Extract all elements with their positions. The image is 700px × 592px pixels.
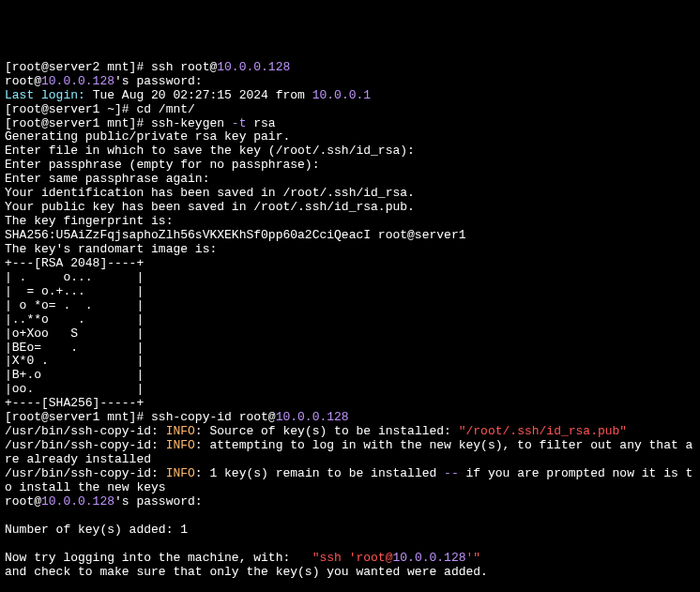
randomart-line: |..**o . | bbox=[5, 312, 144, 326]
output-line: Enter passphrase (empty for no passphras… bbox=[5, 158, 319, 172]
terminal-output[interactable]: [root@server2 mnt]# ssh root@10.0.0.128 … bbox=[5, 61, 695, 592]
prompt-line: [root@server1 mnt]# ssh-copy-id root@10.… bbox=[5, 410, 349, 424]
prompt-line: [root@server2 mnt]# ssh root@10.0.0.128 bbox=[5, 60, 290, 74]
last-login: Last login: Tue Aug 20 02:27:15 2024 fro… bbox=[5, 88, 371, 102]
password-prompt: root@10.0.0.128's password: bbox=[5, 494, 203, 509]
randomart-line: +----[SHA256]-----+ bbox=[5, 396, 144, 410]
output-line: Generating public/private rsa key pair. bbox=[5, 129, 290, 144]
output-line: and check to make sure that only the key… bbox=[5, 565, 488, 579]
randomart-line: |X*0 . | bbox=[5, 354, 144, 368]
output-line: Now try logging into the machine, with: … bbox=[5, 551, 480, 565]
randomart-line: |B+.o | bbox=[5, 368, 144, 382]
randomart-line: | o *o= . . | bbox=[5, 298, 144, 312]
password-prompt: root@10.0.0.128's password: bbox=[5, 74, 203, 88]
prompt-line: [root@server1 mnt]# ssh-keygen -t rsa bbox=[5, 116, 276, 130]
output-line: /usr/bin/ssh-copy-id: INFO: attempting t… bbox=[5, 438, 692, 466]
output-line: /usr/bin/ssh-copy-id: INFO: 1 key(s) rem… bbox=[5, 466, 692, 494]
prompt: [root@server2 mnt]# bbox=[5, 60, 151, 74]
output-line: Your identification has been saved in /r… bbox=[5, 186, 415, 200]
randomart-line: |oo. | bbox=[5, 382, 144, 396]
prompt-line: [root@server1 ~]# cd /mnt/ bbox=[5, 102, 195, 116]
randomart-line: | = o.+... | bbox=[5, 284, 144, 298]
output-line: The key fingerprint is: bbox=[5, 214, 173, 228]
output-line: /usr/bin/ssh-copy-id: INFO: Source of ke… bbox=[5, 424, 627, 438]
output-line: Your public key has been saved in /root/… bbox=[5, 200, 415, 214]
randomart-line: |o+Xoo S | bbox=[5, 326, 144, 341]
output-line: The key's randomart image is: bbox=[5, 242, 217, 256]
randomart-line: |BEo= . | bbox=[5, 341, 144, 355]
randomart-line: +---[RSA 2048]----+ bbox=[5, 256, 144, 270]
cmd: ssh root@ bbox=[151, 60, 217, 74]
randomart-line: | . o... | bbox=[5, 270, 144, 284]
output-line: Number of key(s) added: 1 bbox=[5, 523, 188, 537]
output-line: Enter file in which to save the key (/ro… bbox=[5, 144, 415, 158]
ip: 10.0.0.128 bbox=[217, 60, 290, 74]
output-line: SHA256:U5AiZzFqjsaphoZlh56sVKXEKhSf0pp60… bbox=[5, 228, 465, 242]
output-line: Enter same passphrase again: bbox=[5, 172, 209, 186]
